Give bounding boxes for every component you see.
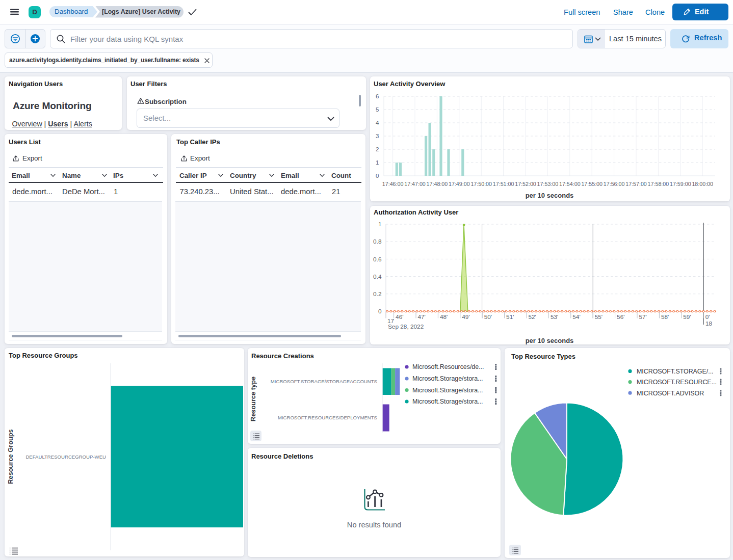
svg-text:47': 47' xyxy=(418,313,426,321)
svg-text:Microsoft.Resources/de...: Microsoft.Resources/de... xyxy=(412,363,484,370)
svg-text:Resource Groups: Resource Groups xyxy=(7,429,14,484)
svg-text:0.2: 0.2 xyxy=(373,290,381,298)
svg-text:0: 0 xyxy=(378,308,382,315)
svg-text:52': 52' xyxy=(529,313,536,321)
svg-text:per 10 seconds: per 10 seconds xyxy=(526,192,574,199)
svg-text:Sep 28, 2022: Sep 28, 2022 xyxy=(388,323,424,330)
svg-text:54': 54' xyxy=(572,313,580,321)
svg-text:2: 2 xyxy=(376,146,379,152)
svg-text:59': 59' xyxy=(683,313,691,321)
svg-text:0.8: 0.8 xyxy=(373,238,382,245)
svg-text:0: 0 xyxy=(376,172,379,179)
svg-text:17:55:00: 17:55:00 xyxy=(581,181,603,187)
svg-text:MICROSOFT.RESOURCES/DEPLOYMENT: MICROSOFT.RESOURCES/DEPLOYMENTS xyxy=(278,415,377,420)
svg-text:17:51:00: 17:51:00 xyxy=(493,181,514,187)
svg-text:1: 1 xyxy=(378,221,382,228)
svg-text:17:58:00: 17:58:00 xyxy=(648,181,669,187)
svg-text:MICROSOFT.RESOURCE...: MICROSOFT.RESOURCE... xyxy=(637,379,717,386)
svg-text:17:52:00: 17:52:00 xyxy=(515,181,536,187)
svg-text:MICROSOFT.ADVISOR: MICROSOFT.ADVISOR xyxy=(637,390,704,397)
svg-text:51': 51' xyxy=(506,313,514,321)
svg-text:Microsoft.Storage/stora...: Microsoft.Storage/stora... xyxy=(412,398,483,405)
svg-text:18: 18 xyxy=(705,320,713,327)
svg-text:46': 46' xyxy=(396,313,403,321)
svg-text:56': 56' xyxy=(617,313,624,321)
svg-text:MICROSOFT.STORAGE/STORAGEACCOU: MICROSOFT.STORAGE/STORAGEACCOUNTS xyxy=(271,379,377,384)
svg-text:17:57:00: 17:57:00 xyxy=(625,181,647,187)
svg-text:DEFAULTRESOURCEGROUP-WEU: DEFAULTRESOURCEGROUP-WEU xyxy=(25,454,106,460)
svg-text:4: 4 xyxy=(376,119,379,126)
svg-text:3: 3 xyxy=(376,132,379,139)
svg-text:1: 1 xyxy=(376,159,379,166)
svg-text:17:49:00: 17:49:00 xyxy=(449,181,470,187)
svg-text:Microsoft.Storage/stora...: Microsoft.Storage/stora... xyxy=(412,375,483,382)
svg-text:49': 49' xyxy=(462,313,469,321)
svg-text:0.4: 0.4 xyxy=(373,273,382,280)
svg-text:17:47:00: 17:47:00 xyxy=(404,181,426,187)
svg-text:Microsoft.Storage/stora...: Microsoft.Storage/stora... xyxy=(412,387,483,394)
svg-text:0': 0' xyxy=(705,313,710,321)
svg-text:55': 55' xyxy=(595,313,603,321)
svg-text:17:50:00: 17:50:00 xyxy=(470,181,492,187)
svg-text:Resource type: Resource type xyxy=(249,377,257,421)
svg-text:17:46:00: 17:46:00 xyxy=(382,181,404,187)
svg-text:57': 57' xyxy=(639,313,647,321)
svg-text:per 10 seconds: per 10 seconds xyxy=(526,337,574,344)
svg-text:17:59:00: 17:59:00 xyxy=(670,181,691,187)
svg-text:18:00:00: 18:00:00 xyxy=(692,181,713,187)
svg-text:MICROSOFT.STORAGE/...: MICROSOFT.STORAGE/... xyxy=(637,368,714,375)
svg-text:17:54:00: 17:54:00 xyxy=(559,181,581,187)
svg-text:17:56:00: 17:56:00 xyxy=(604,181,625,187)
svg-text:58': 58' xyxy=(661,313,669,321)
svg-text:48': 48' xyxy=(440,313,448,321)
svg-text:17:53:00: 17:53:00 xyxy=(537,181,559,187)
svg-text:6: 6 xyxy=(376,93,379,99)
svg-text:17:48:00: 17:48:00 xyxy=(427,181,448,187)
svg-text:0.6: 0.6 xyxy=(373,256,382,263)
svg-text:5: 5 xyxy=(376,106,379,113)
svg-text:50': 50' xyxy=(484,313,492,321)
svg-text:53': 53' xyxy=(551,313,558,321)
